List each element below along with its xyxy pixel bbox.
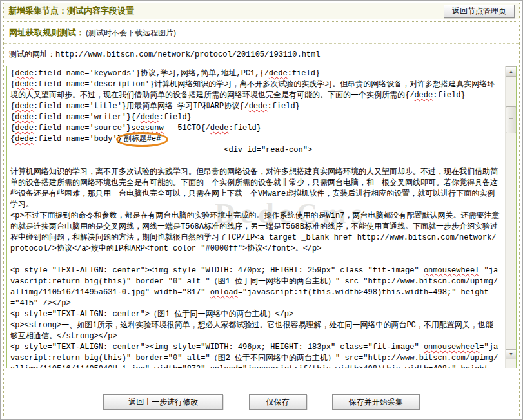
main-panel: 网址获取规则测试：(测试时不会下载远程图片) 测试的网址：http://www.… — [3, 21, 520, 417]
scroll-thumb[interactable] — [506, 106, 517, 133]
back-step-button[interactable]: 返回上一步进行修改 — [103, 394, 223, 410]
section-header: 网址获取规则测试：(测试时不会下载远程图片) — [4, 22, 519, 44]
scrollbar[interactable]: ▲ ▼ — [505, 66, 516, 368]
section-title: 网址获取规则测试： — [9, 28, 84, 37]
editor-text[interactable]: {dede:field name='keywords'}协议,学习,网络,简单,… — [7, 66, 516, 368]
annotation-ellipse: 副标题#e# — [116, 132, 169, 147]
page: 新增采集节点：测试内容字段设置 返回节点管理页 网址获取规则测试：(测试时不会下… — [0, 0, 523, 420]
chevron-up-icon: ▲ — [509, 69, 513, 73]
save-and-start-button[interactable]: 保存并开始采集 — [332, 394, 420, 410]
scroll-up-button[interactable]: ▲ — [506, 66, 517, 77]
url-label: 测试的网址： — [9, 50, 55, 59]
top-bar: 新增采集节点：测试内容字段设置 返回节点管理页 — [3, 3, 520, 19]
footer-buttons: 返回上一步进行修改 仅保存 保存并开始采集 — [4, 394, 519, 410]
section-note: (测试时不会下载远程图片) — [86, 28, 176, 37]
scroll-down-button[interactable]: ▼ — [506, 349, 517, 359]
rules-test-editor[interactable]: DedeCms {dede:field name='keywords'}协议,学… — [6, 66, 517, 368]
save-only-button[interactable]: 仅保存 — [249, 394, 307, 410]
chevron-down-icon: ▼ — [509, 352, 513, 356]
test-url-value: http://www.bitscn.com/network/protocol/2… — [55, 50, 320, 59]
back-to-node-manager-button[interactable]: 返回节点管理页 — [444, 5, 515, 18]
page-title: 新增采集节点：测试内容字段设置 — [8, 5, 134, 17]
url-row: 测试的网址：http://www.bitscn.com/network/prot… — [4, 44, 519, 64]
